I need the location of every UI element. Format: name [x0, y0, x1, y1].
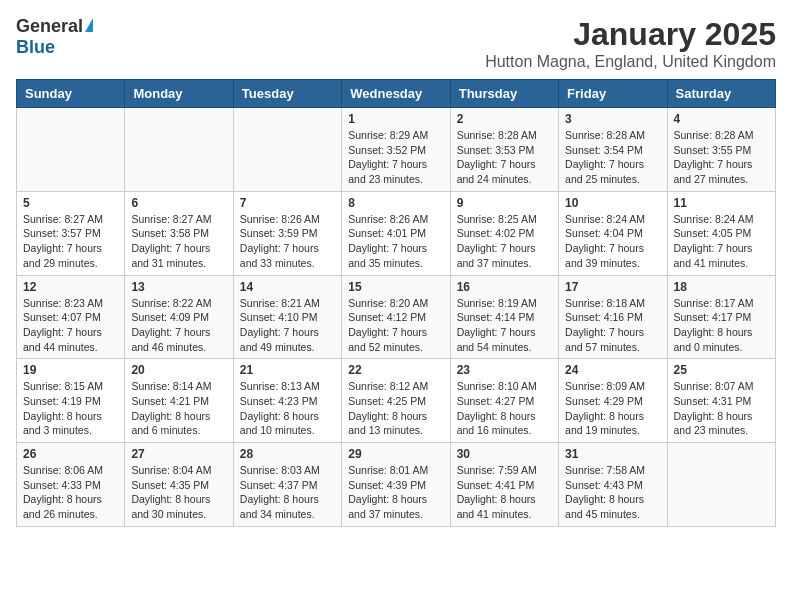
day-number: 29: [348, 447, 443, 461]
day-detail: Sunrise: 8:23 AM Sunset: 4:07 PM Dayligh…: [23, 296, 118, 355]
day-number: 24: [565, 363, 660, 377]
day-detail: Sunrise: 8:12 AM Sunset: 4:25 PM Dayligh…: [348, 379, 443, 438]
day-detail: Sunrise: 8:28 AM Sunset: 3:54 PM Dayligh…: [565, 128, 660, 187]
day-detail: Sunrise: 8:18 AM Sunset: 4:16 PM Dayligh…: [565, 296, 660, 355]
day-cell: [233, 108, 341, 192]
calendar-table: SundayMondayTuesdayWednesdayThursdayFrid…: [16, 79, 776, 527]
day-detail: Sunrise: 8:29 AM Sunset: 3:52 PM Dayligh…: [348, 128, 443, 187]
day-cell: 7Sunrise: 8:26 AM Sunset: 3:59 PM Daylig…: [233, 191, 341, 275]
day-detail: Sunrise: 8:25 AM Sunset: 4:02 PM Dayligh…: [457, 212, 552, 271]
logo: General Blue: [16, 16, 93, 58]
day-number: 22: [348, 363, 443, 377]
day-cell: [667, 443, 775, 527]
day-number: 12: [23, 280, 118, 294]
col-header-sunday: Sunday: [17, 80, 125, 108]
day-number: 31: [565, 447, 660, 461]
day-detail: Sunrise: 8:13 AM Sunset: 4:23 PM Dayligh…: [240, 379, 335, 438]
logo-triangle-icon: [85, 18, 93, 32]
calendar-subtitle: Hutton Magna, England, United Kingdom: [485, 53, 776, 71]
day-cell: [17, 108, 125, 192]
day-detail: Sunrise: 8:07 AM Sunset: 4:31 PM Dayligh…: [674, 379, 769, 438]
week-row-4: 19Sunrise: 8:15 AM Sunset: 4:19 PM Dayli…: [17, 359, 776, 443]
day-cell: 9Sunrise: 8:25 AM Sunset: 4:02 PM Daylig…: [450, 191, 558, 275]
day-number: 5: [23, 196, 118, 210]
day-detail: Sunrise: 8:28 AM Sunset: 3:55 PM Dayligh…: [674, 128, 769, 187]
day-number: 3: [565, 112, 660, 126]
day-number: 25: [674, 363, 769, 377]
day-cell: 17Sunrise: 8:18 AM Sunset: 4:16 PM Dayli…: [559, 275, 667, 359]
day-cell: 28Sunrise: 8:03 AM Sunset: 4:37 PM Dayli…: [233, 443, 341, 527]
day-number: 13: [131, 280, 226, 294]
week-row-2: 5Sunrise: 8:27 AM Sunset: 3:57 PM Daylig…: [17, 191, 776, 275]
day-number: 11: [674, 196, 769, 210]
day-detail: Sunrise: 7:59 AM Sunset: 4:41 PM Dayligh…: [457, 463, 552, 522]
day-cell: 16Sunrise: 8:19 AM Sunset: 4:14 PM Dayli…: [450, 275, 558, 359]
day-number: 19: [23, 363, 118, 377]
day-detail: Sunrise: 8:27 AM Sunset: 3:57 PM Dayligh…: [23, 212, 118, 271]
day-cell: 5Sunrise: 8:27 AM Sunset: 3:57 PM Daylig…: [17, 191, 125, 275]
day-number: 7: [240, 196, 335, 210]
day-detail: Sunrise: 8:14 AM Sunset: 4:21 PM Dayligh…: [131, 379, 226, 438]
day-detail: Sunrise: 8:26 AM Sunset: 4:01 PM Dayligh…: [348, 212, 443, 271]
week-row-1: 1Sunrise: 8:29 AM Sunset: 3:52 PM Daylig…: [17, 108, 776, 192]
calendar-header: SundayMondayTuesdayWednesdayThursdayFrid…: [17, 80, 776, 108]
logo-blue-text: Blue: [16, 37, 55, 58]
day-cell: 26Sunrise: 8:06 AM Sunset: 4:33 PM Dayli…: [17, 443, 125, 527]
header-row: SundayMondayTuesdayWednesdayThursdayFrid…: [17, 80, 776, 108]
day-cell: 6Sunrise: 8:27 AM Sunset: 3:58 PM Daylig…: [125, 191, 233, 275]
day-number: 4: [674, 112, 769, 126]
day-cell: 22Sunrise: 8:12 AM Sunset: 4:25 PM Dayli…: [342, 359, 450, 443]
day-detail: Sunrise: 8:17 AM Sunset: 4:17 PM Dayligh…: [674, 296, 769, 355]
day-detail: Sunrise: 8:20 AM Sunset: 4:12 PM Dayligh…: [348, 296, 443, 355]
day-detail: Sunrise: 8:19 AM Sunset: 4:14 PM Dayligh…: [457, 296, 552, 355]
day-detail: Sunrise: 8:24 AM Sunset: 4:05 PM Dayligh…: [674, 212, 769, 271]
day-number: 27: [131, 447, 226, 461]
day-detail: Sunrise: 8:01 AM Sunset: 4:39 PM Dayligh…: [348, 463, 443, 522]
calendar-title: January 2025: [485, 16, 776, 53]
day-cell: 19Sunrise: 8:15 AM Sunset: 4:19 PM Dayli…: [17, 359, 125, 443]
day-cell: 25Sunrise: 8:07 AM Sunset: 4:31 PM Dayli…: [667, 359, 775, 443]
day-cell: 30Sunrise: 7:59 AM Sunset: 4:41 PM Dayli…: [450, 443, 558, 527]
col-header-saturday: Saturday: [667, 80, 775, 108]
day-number: 28: [240, 447, 335, 461]
day-number: 6: [131, 196, 226, 210]
week-row-3: 12Sunrise: 8:23 AM Sunset: 4:07 PM Dayli…: [17, 275, 776, 359]
day-cell: 20Sunrise: 8:14 AM Sunset: 4:21 PM Dayli…: [125, 359, 233, 443]
day-detail: Sunrise: 8:28 AM Sunset: 3:53 PM Dayligh…: [457, 128, 552, 187]
day-number: 16: [457, 280, 552, 294]
day-detail: Sunrise: 8:15 AM Sunset: 4:19 PM Dayligh…: [23, 379, 118, 438]
calendar-body: 1Sunrise: 8:29 AM Sunset: 3:52 PM Daylig…: [17, 108, 776, 527]
day-number: 8: [348, 196, 443, 210]
day-cell: 29Sunrise: 8:01 AM Sunset: 4:39 PM Dayli…: [342, 443, 450, 527]
day-cell: 15Sunrise: 8:20 AM Sunset: 4:12 PM Dayli…: [342, 275, 450, 359]
day-cell: [125, 108, 233, 192]
day-number: 15: [348, 280, 443, 294]
logo-general-text: General: [16, 16, 83, 37]
day-number: 2: [457, 112, 552, 126]
day-number: 1: [348, 112, 443, 126]
title-area: January 2025 Hutton Magna, England, Unit…: [485, 16, 776, 71]
day-cell: 18Sunrise: 8:17 AM Sunset: 4:17 PM Dayli…: [667, 275, 775, 359]
day-number: 23: [457, 363, 552, 377]
day-detail: Sunrise: 8:09 AM Sunset: 4:29 PM Dayligh…: [565, 379, 660, 438]
day-cell: 12Sunrise: 8:23 AM Sunset: 4:07 PM Dayli…: [17, 275, 125, 359]
day-number: 10: [565, 196, 660, 210]
day-cell: 2Sunrise: 8:28 AM Sunset: 3:53 PM Daylig…: [450, 108, 558, 192]
day-cell: 27Sunrise: 8:04 AM Sunset: 4:35 PM Dayli…: [125, 443, 233, 527]
day-number: 30: [457, 447, 552, 461]
day-number: 21: [240, 363, 335, 377]
day-detail: Sunrise: 8:22 AM Sunset: 4:09 PM Dayligh…: [131, 296, 226, 355]
day-cell: 1Sunrise: 8:29 AM Sunset: 3:52 PM Daylig…: [342, 108, 450, 192]
day-number: 17: [565, 280, 660, 294]
day-number: 26: [23, 447, 118, 461]
day-cell: 4Sunrise: 8:28 AM Sunset: 3:55 PM Daylig…: [667, 108, 775, 192]
week-row-5: 26Sunrise: 8:06 AM Sunset: 4:33 PM Dayli…: [17, 443, 776, 527]
col-header-monday: Monday: [125, 80, 233, 108]
day-detail: Sunrise: 8:27 AM Sunset: 3:58 PM Dayligh…: [131, 212, 226, 271]
col-header-wednesday: Wednesday: [342, 80, 450, 108]
day-detail: Sunrise: 8:24 AM Sunset: 4:04 PM Dayligh…: [565, 212, 660, 271]
day-detail: Sunrise: 7:58 AM Sunset: 4:43 PM Dayligh…: [565, 463, 660, 522]
header: General Blue January 2025 Hutton Magna, …: [16, 16, 776, 71]
day-detail: Sunrise: 8:06 AM Sunset: 4:33 PM Dayligh…: [23, 463, 118, 522]
day-number: 9: [457, 196, 552, 210]
